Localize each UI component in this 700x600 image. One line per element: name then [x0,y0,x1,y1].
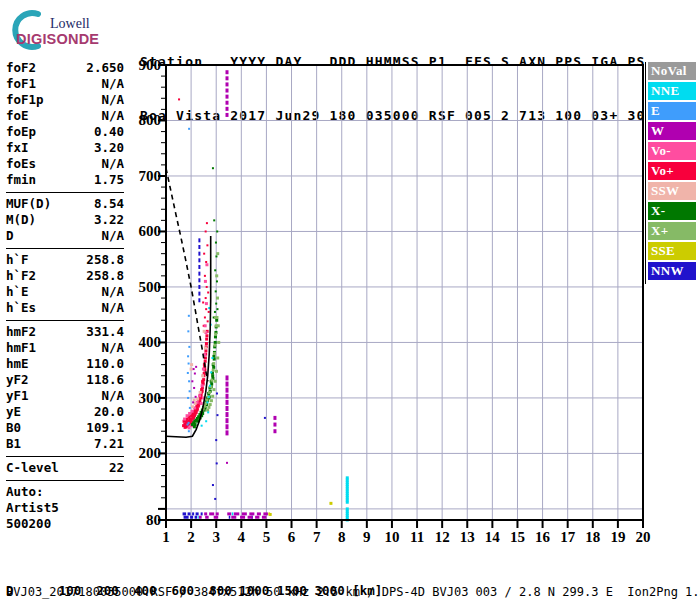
svg-text:20: 20 [635,529,650,545]
legend-item-x: X+ [648,222,696,240]
svg-text:15: 15 [510,529,525,545]
svg-text:13: 13 [460,529,475,545]
svg-text:4: 4 [238,529,246,545]
section-divider [6,320,124,321]
param-label: hmE [6,356,29,372]
param-label: foF2 [6,60,36,76]
param-label: yF2 [6,372,29,388]
svg-text:7: 7 [313,529,321,545]
param-label: h`F2 [6,268,36,284]
legend-item-sse: SSE [648,242,696,260]
param-value: 331.4 [86,324,124,340]
param-row-hf2: h`F2258.8 [6,268,124,284]
svg-text:19: 19 [610,529,625,545]
param-footer-line: Artist5 [6,500,124,516]
param-label: foF1 [6,76,36,92]
param-value: 258.8 [86,268,124,284]
param-row-foes: foEsN/A [6,156,124,172]
svg-text:8: 8 [338,529,346,545]
svg-text:18: 18 [585,529,600,545]
param-value: N/A [101,388,124,404]
param-label: B0 [6,420,21,436]
param-label: yF1 [6,388,29,404]
ionogram-plot: 1234567891011121314151617181920900800700… [130,55,660,555]
param-row-fxi: fxI3.20 [6,140,124,156]
param-label: hmF1 [6,340,36,356]
legend-item-ssw: SSW [648,182,696,200]
logo-lowell-text: Lowell [50,16,90,32]
svg-text:700: 700 [139,168,162,184]
param-value: 2.650 [86,60,124,76]
param-row-foe: foEN/A [6,108,124,124]
svg-text:500: 500 [139,279,162,295]
legend-item-vo: Vo- [648,142,696,160]
legend-item-e: E [648,102,696,120]
section-divider [6,248,124,249]
svg-text:16: 16 [535,529,551,545]
param-row-ye: yE20.0 [6,404,124,420]
section-divider [6,456,124,457]
section-divider [6,480,124,481]
file-info-line: BVJ03_2017180035000.RSF / 384fx512h 50 k… [6,585,700,599]
param-label: C-level [6,460,59,476]
legend-item-vo: Vo+ [648,162,696,180]
param-label: B1 [6,436,21,452]
param-label: fmin [6,172,36,188]
param-value: 3.20 [94,140,124,156]
svg-text:5: 5 [263,529,271,545]
param-value: N/A [101,156,124,172]
param-value: 118.6 [86,372,124,388]
param-label: foE [6,108,29,124]
svg-text:1: 1 [162,529,170,545]
param-label: M(D) [6,212,36,228]
param-row-b1: B17.21 [6,436,124,452]
logo-digisonde-text: DIGISONDE [16,31,99,47]
param-value: 22 [109,460,124,476]
param-label: hmF2 [6,324,36,340]
param-row-he: h`EN/A [6,284,124,300]
param-row-fmin: fmin1.75 [6,172,124,188]
svg-text:9: 9 [363,529,371,545]
param-label: foEp [6,124,36,140]
section-divider [6,192,124,193]
svg-text:17: 17 [560,529,576,545]
param-value: N/A [101,92,124,108]
param-row-foep: foEp0.40 [6,124,124,140]
param-value: N/A [101,340,124,356]
param-label: h`E [6,284,29,300]
param-label: yE [6,404,21,420]
param-value: 1.75 [94,172,124,188]
param-row-fof2: foF22.650 [6,60,124,76]
param-value: 7.21 [94,436,124,452]
param-value: N/A [101,76,124,92]
param-row-mufd: MUF(D)8.54 [6,196,124,212]
svg-text:200: 200 [139,445,162,461]
legend-item-w: W [648,122,696,140]
echo-direction-legend: NoValNNEEWVo-Vo+SSWX-X+SSENNW [648,62,696,282]
param-row-hes: h`EsN/A [6,300,124,316]
param-footer-line: Auto: [6,484,124,500]
legend-item-nnw: NNW [648,262,696,280]
svg-text:10: 10 [384,529,399,545]
param-label: fxI [6,140,29,156]
param-value: 109.1 [86,420,124,436]
svg-text:300: 300 [139,390,162,406]
param-row-fof1p: foF1pN/A [6,92,124,108]
param-row-clevel: C-level22 [6,460,124,476]
param-label: foEs [6,156,36,172]
param-label: MUF(D) [6,196,51,212]
svg-text:80: 80 [146,512,161,528]
param-value: N/A [101,284,124,300]
param-row-b0: B0109.1 [6,420,124,436]
svg-text:3: 3 [212,529,220,545]
svg-text:600: 600 [139,223,162,239]
param-label: D [6,228,14,244]
param-value: 20.0 [94,404,124,420]
legend-item-nne: NNE [648,82,696,100]
svg-text:400: 400 [139,334,162,350]
param-value: 0.40 [94,124,124,140]
param-row-md: M(D)3.22 [6,212,124,228]
svg-text:6: 6 [288,529,296,545]
param-label: h`Es [6,300,36,316]
svg-text:11: 11 [410,529,424,545]
